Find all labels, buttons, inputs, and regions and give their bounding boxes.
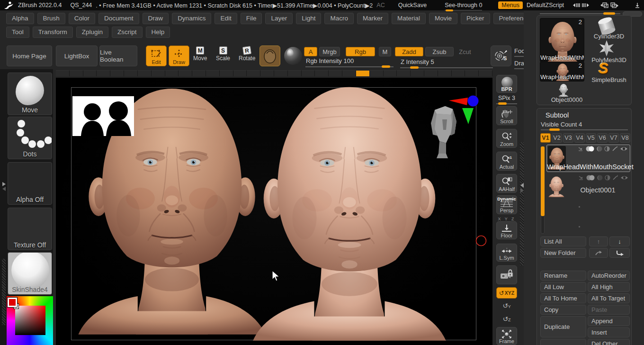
m-toggle[interactable]: M — [379, 47, 391, 56]
tray-slide-right-icon[interactable] — [581, 1, 591, 9]
current-texture-thumbnail[interactable]: Texture Off — [8, 208, 52, 250]
gxyz-button[interactable]: ↺ XYZ — [496, 287, 517, 299]
gizmo-y-axis[interactable] — [462, 108, 474, 124]
texture-map-preview[interactable] — [72, 96, 134, 136]
gizmo-x-axis[interactable] — [449, 98, 468, 105]
quicksave-button[interactable]: QuickSave — [398, 2, 427, 9]
delete-button[interactable] — [540, 339, 586, 345]
new-folder-button[interactable]: New Folder — [540, 248, 586, 258]
subtool-visibility-eye-icon[interactable] — [620, 175, 628, 181]
mrgb-toggle[interactable]: Mrgb — [319, 47, 340, 56]
move-to-folder-button[interactable] — [589, 248, 608, 258]
z-intensity-handle[interactable] — [410, 66, 419, 69]
subtool-scrollbar[interactable] — [541, 146, 545, 216]
subtool-paintbrush-icon[interactable] — [612, 175, 618, 181]
menu-alpha[interactable]: Alpha — [6, 13, 34, 24]
paste-button[interactable]: Paste — [588, 305, 630, 315]
menu-zscript[interactable]: Zscript — [112, 27, 143, 38]
tool-item-polymesh3d[interactable] — [598, 40, 616, 56]
edit-mode-button[interactable]: Edit — [146, 45, 167, 66]
copy-button[interactable]: Copy — [540, 305, 586, 315]
menu-zplugin[interactable]: Zplugin — [76, 27, 108, 38]
scrub-cell[interactable] — [329, 70, 342, 76]
camera-orientation-gizmo[interactable] — [425, 92, 487, 158]
rgb-toggle[interactable]: Rgb — [346, 47, 375, 56]
subtool-flatten-icon[interactable] — [578, 146, 583, 151]
tab-v8[interactable]: V8 — [620, 133, 630, 143]
subtool-uv-icon[interactable] — [597, 146, 602, 152]
move-up-button[interactable]: ↑ — [589, 236, 608, 246]
simplebrush-icon[interactable]: S — [599, 60, 615, 75]
current-material-thumbnail[interactable]: SkinShade4 — [8, 252, 52, 295]
list-all-button[interactable]: List All — [540, 236, 586, 246]
tool-item-wraphead-small[interactable]: 2 WrapHeadWithM — [540, 62, 584, 82]
all-high-button[interactable]: All High — [588, 282, 630, 292]
scrub-cell[interactable] — [165, 70, 179, 76]
subtool-displacement-icon[interactable] — [605, 175, 610, 181]
dynamic-persp-button[interactable]: Dynamic Persp — [496, 195, 517, 214]
bpr-render-button[interactable]: BPR — [496, 75, 517, 93]
move-down-button[interactable]: ↓ — [609, 236, 630, 246]
tab-v7[interactable]: V7 — [608, 133, 619, 143]
subtool-polypaint-icon[interactable] — [585, 146, 595, 152]
subtool-paintbrush-icon[interactable] — [612, 146, 618, 152]
menu-marker[interactable]: Marker — [357, 13, 388, 24]
subtool-row-wrapheadwithmouthsocket[interactable]: WrapHeadWithMouthSocket — [546, 145, 630, 172]
scrub-cell[interactable] — [384, 70, 397, 76]
scrub-cell[interactable] — [220, 70, 233, 76]
lightbox-button[interactable]: LightBox — [56, 45, 98, 66]
all-to-target-button[interactable]: All To Target — [588, 293, 630, 303]
zoom-button[interactable]: Zoom — [496, 129, 517, 148]
store-camera-button[interactable] — [496, 265, 517, 284]
menu-dynamics[interactable]: Dynamics — [172, 13, 211, 24]
rgb-intensity-handle[interactable] — [382, 65, 390, 68]
scrub-cell[interactable] — [247, 70, 260, 76]
cylinder3d-label[interactable]: Cylinder3D — [586, 33, 632, 40]
tool-item-object0000[interactable] — [554, 83, 573, 97]
tab-v1[interactable]: V1 — [540, 133, 551, 143]
scrub-cell[interactable] — [83, 70, 97, 76]
current-brush-thumbnail[interactable]: Move — [8, 73, 52, 115]
color-picker[interactable] — [7, 296, 53, 345]
minimize-button[interactable] — [632, 1, 643, 9]
zadd-toggle[interactable]: Zadd — [395, 47, 423, 56]
menu-document[interactable]: Document — [98, 13, 139, 24]
right-tray-collapse-icon[interactable] — [519, 182, 525, 193]
scrub-cell[interactable] — [138, 70, 152, 76]
document-viewport[interactable] — [56, 78, 492, 345]
rotate-y-button[interactable]: ↺Y — [496, 302, 517, 309]
current-alpha-thumbnail[interactable]: Alpha Off — [8, 162, 52, 205]
move-mode-button[interactable]: M Move — [193, 46, 207, 62]
subtool-displacement-icon[interactable] — [604, 146, 610, 152]
scrub-cell[interactable] — [233, 70, 247, 76]
timeline-scrub-bar[interactable] — [56, 70, 492, 76]
draw-size-button[interactable]: S — [491, 45, 511, 66]
tab-v2[interactable]: V2 — [552, 133, 562, 143]
left-tray-divider[interactable] — [2, 259, 6, 325]
scale-mode-button[interactable]: S Scale — [216, 46, 230, 62]
menu-picker[interactable]: Picker — [461, 13, 490, 24]
scrub-cell[interactable] — [424, 70, 438, 76]
menu-movie[interactable]: Movie — [429, 13, 457, 24]
current-color-swatch[interactable] — [8, 298, 17, 307]
scrub-cell[interactable] — [411, 70, 424, 76]
see-through-handle[interactable] — [446, 9, 453, 11]
current-stroke-thumbnail[interactable]: Dots — [8, 117, 52, 159]
tray-slide-left-icon[interactable] — [571, 1, 581, 9]
aahalf-button[interactable]: AAHalf — [496, 174, 517, 193]
left-tray-expand-icon[interactable] — [1, 181, 6, 191]
scroll-button[interactable]: Scroll — [496, 106, 517, 125]
scrub-cell[interactable] — [438, 70, 452, 76]
scrub-cell[interactable] — [288, 70, 302, 76]
live-boolean-button[interactable]: Live Boolean — [99, 45, 137, 66]
right-tray-divider[interactable] — [520, 142, 524, 265]
menu-light[interactable]: Light — [296, 13, 321, 24]
append-button[interactable]: Append — [588, 316, 630, 326]
subtool-visibility-eye-icon[interactable] — [620, 146, 628, 152]
color-sv-square[interactable] — [15, 306, 45, 335]
tab-v4[interactable]: V4 — [574, 133, 585, 143]
object0000-label[interactable]: Object0000 — [541, 96, 593, 103]
scrub-cell[interactable] — [315, 70, 329, 76]
see-through-slider[interactable]: See-through 0 — [445, 2, 482, 9]
simplebrush-label[interactable]: SimpleBrush — [586, 76, 632, 83]
